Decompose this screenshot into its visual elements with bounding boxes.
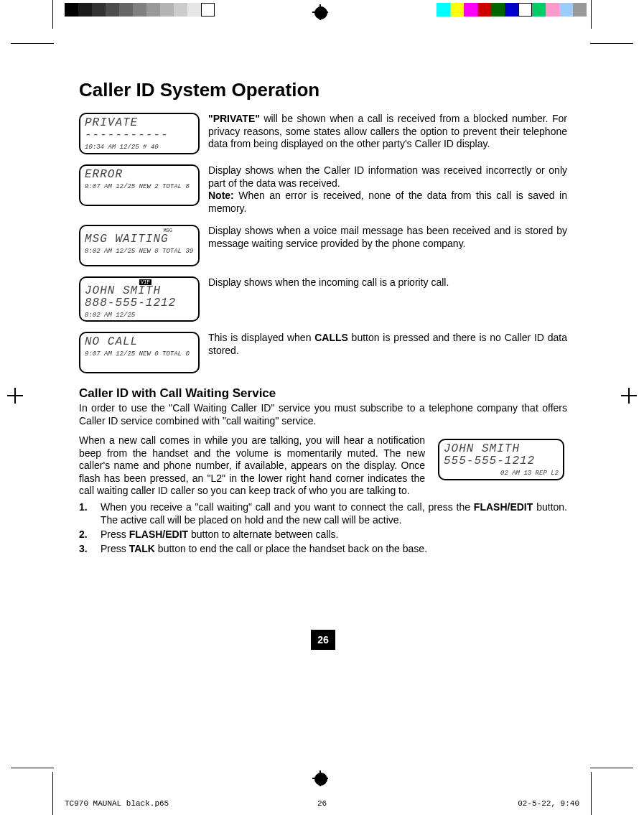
intro-paragraph: In order to use the "Call Waiting Caller… [79, 402, 567, 427]
description-body: Display shows when the Caller ID informa… [208, 164, 567, 189]
lcd-wrap: JOHN SMITH 555-555-1212 02 AM 13 REP L2 [438, 439, 567, 480]
call-waiting-columns: When a new call comes in while you are t… [79, 434, 567, 498]
step-text: button to alternate between calls. [188, 528, 338, 540]
description-body: will be shown when a call is received fr… [208, 113, 567, 149]
crop-mark [591, 772, 592, 815]
emphasis: FLASH/EDIT [474, 501, 533, 513]
step-text: button to end the call or place the hand… [155, 543, 427, 554]
instruction-step: Press TALK button to end the call or pla… [79, 542, 567, 555]
registration-cross-icon [312, 770, 328, 786]
crop-mark [590, 43, 633, 44]
lcd-display-call-waiting: JOHN SMITH 555-555-1212 02 AM 13 REP L2 [438, 439, 564, 480]
emphasis: CALLS [314, 332, 348, 343]
instruction-list: When you receive a "call waiting" call a… [79, 500, 567, 556]
lcd-display-private: PRIVATE ----------- 10:34 AM 12/25 # 40 [79, 113, 200, 154]
crop-mark [52, 0, 53, 29]
display-row: PRIVATE ----------- 10:34 AM 12/25 # 40 … [79, 113, 567, 154]
lcd-line1: PRIVATE [85, 117, 194, 129]
description-text: "PRIVATE" will be shown when a call is r… [208, 113, 567, 151]
crop-mark [590, 768, 633, 768]
step-text: Press [101, 528, 129, 540]
footer-filename: TC970 MAUNAL black.p65 [65, 799, 169, 808]
lcd-status-line: 9:07 AM 12/25 NEW 2 TOTAL 8 [85, 183, 194, 190]
crop-mark [11, 768, 54, 768]
description-body: This is displayed when [208, 332, 314, 343]
lcd-status-line: 8:02 AM 12/25 [85, 312, 194, 319]
description-text: This is displayed when CALLS button is p… [208, 332, 567, 357]
crop-mark [591, 0, 592, 29]
lcd-display-msg-waiting: MSG MSG WAITING 8:02 AM 12/25 NEW 8 TOTA… [79, 225, 200, 266]
lcd-display-priority: VIP JOHN SMITH 888-555-1212 8:02 AM 12/2… [79, 276, 200, 322]
crop-mark [11, 43, 54, 44]
step-text: Press [101, 543, 129, 554]
display-row: ERROR 9:07 AM 12/25 NEW 2 TOTAL 8 Displa… [79, 164, 567, 215]
subsection-heading: Caller ID with Call Waiting Service [79, 386, 567, 401]
step-text: When you receive a "call waiting" call a… [101, 501, 474, 513]
lcd-tag-vip: VIP [139, 279, 151, 285]
lcd-status-line: 02 AM 13 REP L2 [444, 470, 559, 477]
registration-side-left-icon [7, 388, 23, 404]
body-paragraph: When a new call comes in while you are t… [79, 434, 425, 498]
description-text: Display shows when the Caller ID informa… [208, 164, 567, 215]
lcd-line2: 888-555-1212 [85, 297, 194, 309]
note-body: When an error is received, none of the d… [208, 190, 567, 214]
footer-datetime: 02-5-22, 9:40 [518, 799, 579, 808]
colorbar-grayscale [65, 3, 215, 17]
lcd-line1: MSG WAITING [85, 233, 194, 245]
description-text: Display shows when the incoming call is … [208, 276, 567, 289]
lcd-status-line: 10:34 AM 12/25 # 40 [85, 144, 194, 151]
registration-marks-top [0, 0, 644, 22]
lcd-status-line: 8:02 AM 12/25 NEW 8 TOTAL 39 [85, 248, 194, 255]
emphasis: "PRIVATE" [208, 113, 260, 124]
emphasis: TALK [129, 543, 155, 554]
display-row: MSG MSG WAITING 8:02 AM 12/25 NEW 8 TOTA… [79, 225, 567, 266]
lcd-tag-msg: MSG [162, 228, 174, 233]
emphasis: FLASH/EDIT [129, 528, 188, 540]
lcd-line1: ERROR [85, 169, 194, 180]
lcd-line2: ----------- [85, 129, 194, 141]
lcd-line1: JOHN SMITH [444, 443, 559, 455]
page-number-badge: 26 [311, 630, 335, 650]
lcd-display-error: ERROR 9:07 AM 12/25 NEW 2 TOTAL 8 [79, 164, 200, 206]
lcd-line1: JOHN SMITH [85, 285, 194, 297]
registration-cross-icon [312, 4, 328, 20]
display-row: NO CALL 9:07 AM 12/25 NEW 0 TOTAL 0 This… [79, 332, 567, 373]
display-row: VIP JOHN SMITH 888-555-1212 8:02 AM 12/2… [79, 276, 567, 322]
note-label: Note: [208, 190, 234, 201]
colorbar-color [437, 3, 587, 17]
instruction-step: When you receive a "call waiting" call a… [79, 500, 567, 526]
lcd-line1: NO CALL [85, 336, 194, 348]
description-text: Display shows when a voice mail message … [208, 225, 567, 250]
crop-mark [52, 772, 53, 815]
footer-page: 26 [317, 799, 327, 808]
page-title: Caller ID System Operation [79, 79, 567, 101]
registration-side-right-icon [621, 388, 637, 404]
print-footer: TC970 MAUNAL black.p65 26 02-5-22, 9:40 [65, 799, 579, 808]
page-content: Caller ID System Operation PRIVATE -----… [79, 79, 567, 556]
instruction-step: Press FLASH/EDIT button to alternate bet… [79, 528, 567, 541]
lcd-display-no-call: NO CALL 9:07 AM 12/25 NEW 0 TOTAL 0 [79, 332, 200, 373]
lcd-line2: 555-555-1212 [444, 455, 559, 467]
lcd-status-line: 9:07 AM 12/25 NEW 0 TOTAL 0 [85, 350, 194, 358]
